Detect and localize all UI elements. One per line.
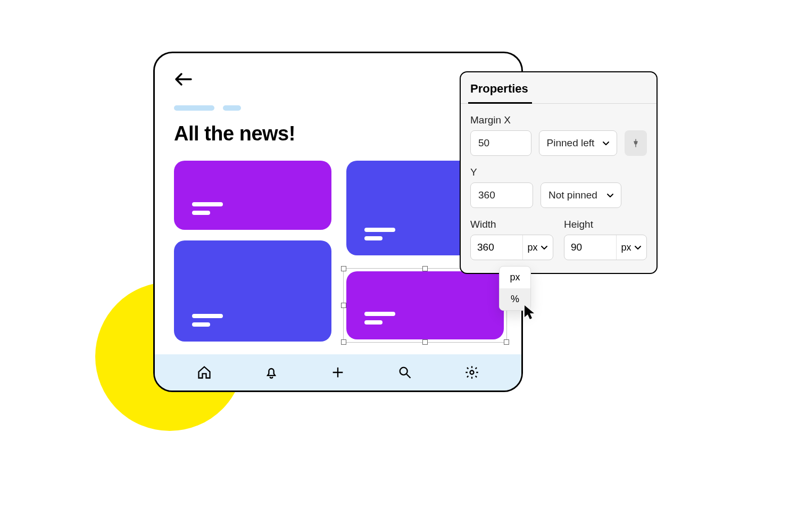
unit-dropdown: px % [499, 266, 531, 311]
width-input[interactable]: 360 px [470, 235, 553, 260]
unit-option-percent[interactable]: % [500, 288, 530, 310]
svg-point-0 [400, 368, 408, 375]
margin-x-input[interactable]: 50 [470, 130, 531, 156]
pin-icon [631, 138, 641, 148]
page-title: All the news! [174, 122, 502, 145]
bell-icon[interactable] [263, 364, 279, 380]
width-label: Width [470, 219, 553, 230]
news-card[interactable] [174, 161, 331, 230]
chevron-down-icon [606, 191, 614, 200]
y-label: Y [470, 167, 647, 178]
width-unit-select[interactable]: px [523, 235, 553, 260]
cards-grid [174, 161, 502, 347]
y-pin-select[interactable]: Not pinned [541, 182, 621, 208]
chevron-down-icon [634, 243, 642, 252]
margin-x-label: Margin X [470, 114, 647, 126]
search-icon[interactable] [397, 364, 413, 380]
bottom-nav [155, 354, 521, 390]
y-input[interactable]: 360 [470, 182, 533, 208]
height-input[interactable]: 90 px [564, 235, 647, 260]
properties-panel: Properties Margin X 50 Pinned left Y 360… [460, 71, 658, 274]
back-arrow-icon[interactable] [174, 71, 193, 87]
plus-icon[interactable] [330, 364, 346, 380]
chevron-down-icon [602, 139, 610, 147]
unit-option-px[interactable]: px [500, 267, 530, 288]
margin-x-pin-select[interactable]: Pinned left [539, 130, 617, 156]
home-icon[interactable] [196, 364, 212, 380]
news-card[interactable] [174, 240, 331, 342]
height-unit-select[interactable]: px [617, 235, 646, 260]
news-card-selected[interactable] [346, 271, 504, 339]
chevron-down-icon [540, 243, 548, 252]
height-label: Height [564, 219, 647, 230]
svg-point-1 [470, 371, 474, 375]
properties-panel-title: Properties [461, 72, 656, 104]
pin-button[interactable] [625, 130, 647, 156]
gear-icon[interactable] [464, 364, 480, 380]
breadcrumb-placeholder [174, 105, 502, 111]
